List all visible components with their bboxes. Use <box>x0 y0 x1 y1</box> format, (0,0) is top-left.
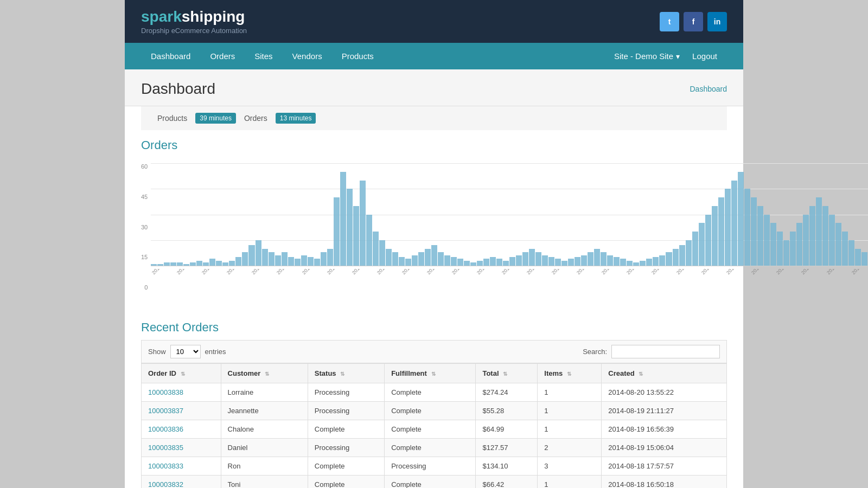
table-row: 100003836 Chalone Complete Complete $64.… <box>142 420 727 439</box>
chart-bar <box>594 249 600 266</box>
chart-bar <box>301 255 307 266</box>
entries-select[interactable]: 10 25 50 100 <box>170 345 201 358</box>
col-customer[interactable]: Customer ⇅ <box>221 364 308 383</box>
nav-sites[interactable]: Sites <box>245 43 282 69</box>
orders-chart: 60 45 30 15 0 <box>141 158 727 312</box>
entries-label: entries <box>205 348 226 356</box>
breadcrumb[interactable]: Dashboard <box>690 85 727 93</box>
recent-orders-title: Recent Orders <box>141 312 727 340</box>
chart-bar <box>242 252 248 266</box>
nav-products[interactable]: Products <box>332 43 384 69</box>
chart-bar <box>633 262 639 266</box>
chart-bar <box>308 257 314 266</box>
facebook-link[interactable]: f <box>684 12 703 31</box>
search-input[interactable] <box>611 345 720 358</box>
chart-bar <box>282 252 288 266</box>
chart-bar <box>848 240 854 266</box>
order-link[interactable]: 100003836 <box>148 425 183 433</box>
chart-bar <box>548 257 554 266</box>
y-label-60: 60 <box>141 163 148 170</box>
chart-bar <box>607 255 613 266</box>
chart-bar <box>522 252 528 266</box>
nav-orders[interactable]: Orders <box>200 43 245 69</box>
y-label-0: 0 <box>144 284 148 291</box>
tagline: Dropship eCommerce Automation <box>141 27 247 35</box>
chart-bar <box>764 215 770 266</box>
items-cell: 1 <box>538 383 602 402</box>
order-link[interactable]: 100003838 <box>148 388 183 396</box>
linkedin-link[interactable]: in <box>707 12 727 31</box>
chart-bar <box>490 257 496 266</box>
chart-bar <box>425 249 431 266</box>
chart-bar <box>692 232 698 266</box>
table-row: 100003838 Lorraine Processing Complete $… <box>142 383 727 402</box>
order-link[interactable]: 100003833 <box>148 462 183 470</box>
chart-bar <box>464 261 470 266</box>
created-cell: 2014-08-20 13:55:22 <box>602 383 727 402</box>
col-total[interactable]: Total ⇅ <box>476 364 538 383</box>
total-cell: $127.57 <box>476 439 538 457</box>
logo-spark: spark <box>141 8 182 25</box>
customer-cell: Toni <box>221 476 308 489</box>
nav-dashboard[interactable]: Dashboard <box>141 43 200 69</box>
twitter-link[interactable]: t <box>660 12 679 31</box>
chart-bar <box>705 215 711 266</box>
customer-cell: Daniel <box>221 439 308 457</box>
chart-bar <box>803 215 809 266</box>
chart-bar <box>829 215 835 266</box>
col-created[interactable]: Created ⇅ <box>602 364 727 383</box>
col-items[interactable]: Items ⇅ <box>538 364 602 383</box>
chart-bar <box>542 255 548 266</box>
order-link[interactable]: 100003837 <box>148 407 183 415</box>
sync-bar: Products 39 minutes Orders 13 minutes <box>141 106 727 130</box>
col-order-id[interactable]: Order ID ⇅ <box>142 364 221 383</box>
table-row: 100003833 Ron Complete Processing $134.1… <box>142 457 727 476</box>
chart-bar <box>679 245 685 266</box>
order-id-cell: 100003832 <box>142 476 221 489</box>
table-header-row: Order ID ⇅ Customer ⇅ Status ⇅ Fulfillme… <box>142 364 727 383</box>
chart-bar <box>855 249 861 266</box>
created-cell: 2014-08-18 16:50:18 <box>602 476 727 489</box>
chart-bar <box>405 259 411 266</box>
chart-bar <box>516 255 522 266</box>
products-sync-badge: 39 minutes <box>195 113 236 124</box>
chart-bar <box>777 232 783 266</box>
col-fulfillment[interactable]: Fulfillment ⇅ <box>385 364 476 383</box>
chart-bar <box>770 223 776 266</box>
items-cell: 3 <box>538 457 602 476</box>
chart-bar <box>151 264 157 266</box>
chart-bar <box>751 197 757 266</box>
chart-bar <box>360 181 366 266</box>
nav-vendors[interactable]: Vendors <box>283 43 332 69</box>
chart-bar <box>190 262 196 266</box>
order-id-cell: 100003833 <box>142 457 221 476</box>
chart-bar <box>222 262 228 266</box>
chart-bar <box>438 252 444 266</box>
col-status[interactable]: Status ⇅ <box>308 364 384 383</box>
order-link[interactable]: 100003832 <box>148 480 183 488</box>
chart-bar <box>379 240 385 266</box>
site-header: sparkshipping Dropship eCommerce Automat… <box>125 0 743 43</box>
chart-bar <box>183 264 189 266</box>
chart-bar <box>620 259 626 266</box>
total-cell: $274.24 <box>476 383 538 402</box>
navigation: Dashboard Orders Sites Vendors Products … <box>125 43 743 69</box>
logo: sparkshipping <box>141 8 247 25</box>
order-id-cell: 100003838 <box>142 383 221 402</box>
logo-shipping: shipping <box>182 8 245 25</box>
status-cell: Processing <box>308 439 384 457</box>
site-selector[interactable]: Site - Demo Site <box>614 52 673 61</box>
order-link[interactable]: 100003835 <box>148 444 183 452</box>
logout-button[interactable]: Logout <box>682 43 727 69</box>
chart-bar <box>646 259 652 266</box>
chart-bar <box>535 252 541 266</box>
chart-bar <box>229 261 235 266</box>
chart-plot-area <box>151 163 868 266</box>
chart-bar <box>816 197 822 266</box>
chart-bar <box>731 181 737 266</box>
fulfillment-cell: Processing <box>385 457 476 476</box>
items-cell: 1 <box>538 402 602 420</box>
chart-bar <box>627 261 633 266</box>
chart-bar <box>496 259 502 266</box>
fulfillment-cell: Complete <box>385 420 476 439</box>
